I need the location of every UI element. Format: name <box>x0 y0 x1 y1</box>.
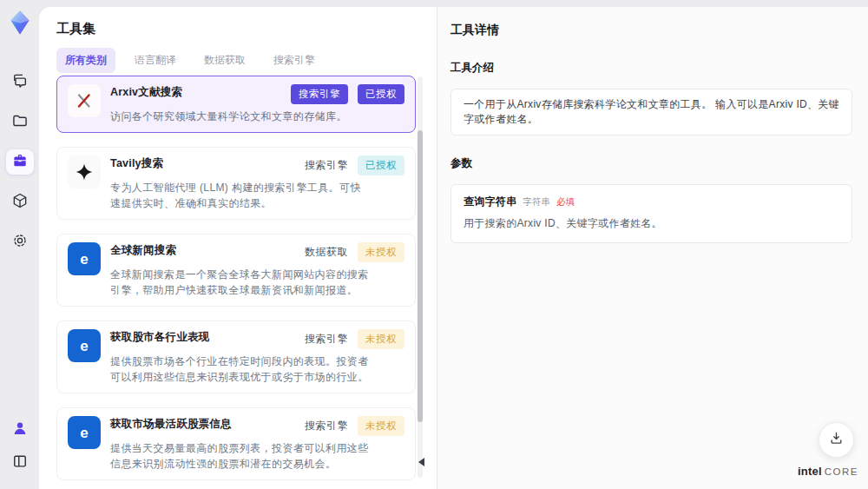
settings-gear-icon <box>11 232 29 253</box>
sidebar-item-chat[interactable] <box>6 69 34 95</box>
scroll-more-caret-icon <box>418 458 424 466</box>
news-logo-icon: e <box>68 242 101 275</box>
tool-detail-panel: 工具详情 工具介绍 一个用于从Arxiv存储库搜索科学论文和文章的工具。 输入可… <box>437 7 868 489</box>
list-scrollbar[interactable] <box>418 76 423 478</box>
sidebar-item-collapse[interactable] <box>6 450 34 475</box>
tool-card[interactable]: e 全球新闻搜索 数据获取 未授权 全球新闻搜索是一个聚合全球各大新闻网站内容的… <box>56 234 416 307</box>
tool-name: Arxiv文献搜索 <box>110 84 182 100</box>
tool-name: 全球新闻搜索 <box>110 242 176 258</box>
tool-card[interactable]: e 获取股市各行业表现 搜索引擎 未授权 提供股票市场各个行业在特定时间段内的表… <box>56 320 416 393</box>
tool-auth-badge: 未授权 <box>358 416 404 436</box>
tool-name: 获取市场最活跃股票信息 <box>110 416 232 432</box>
page-title: 工具集 <box>56 21 95 37</box>
folder-icon <box>11 112 29 133</box>
sidebar-item-account[interactable] <box>6 417 34 442</box>
tool-auth-badge: 未授权 <box>358 329 404 349</box>
arxiv-logo-icon <box>68 84 101 117</box>
tool-description: 提供股票市场各个行业在特定时间段内的表现。投资者可以利用这些信息来识别表现优于或… <box>110 354 371 385</box>
param-required-badge: 必填 <box>556 196 575 208</box>
news-logo-icon: e <box>68 329 101 362</box>
package-icon <box>11 192 29 213</box>
tavily-logo-icon <box>68 155 101 188</box>
category-tabs: 所有类别语言翻译数据获取搜索引擎 <box>56 48 324 73</box>
tool-card[interactable]: e 获取市场最活跃股票信息 搜索引擎 未授权 提供当天交易量最高的股票列表，投资… <box>56 407 416 480</box>
svg-text:e: e <box>80 251 88 268</box>
sidebar-bottom <box>0 417 39 475</box>
intro-section-title: 工具介绍 <box>450 61 852 76</box>
sidebar-item-files[interactable] <box>6 109 34 135</box>
svg-text:e: e <box>80 338 88 354</box>
sidebar-item-toolbox[interactable] <box>6 149 34 175</box>
tool-description: 访问各个研究领域大量科学论文和文章的存储库。 <box>110 109 371 124</box>
toolbox-icon <box>11 152 29 173</box>
user-icon <box>11 420 29 440</box>
tool-category-badge: 数据获取 <box>305 245 348 260</box>
tool-list: Arxiv文献搜索 搜索引擎 已授权 访问各个研究领域大量科学论文和文章的存储库… <box>56 76 416 489</box>
tool-auth-badge: 已授权 <box>358 84 404 104</box>
intel-core-logo: intel CORE <box>798 465 858 478</box>
tool-auth-badge: 未授权 <box>358 242 404 262</box>
tool-name: 获取股市各行业表现 <box>110 329 209 345</box>
gem-logo-icon[interactable] <box>7 10 33 36</box>
main-content: 工具集 所有类别语言翻译数据获取搜索引擎 Arxiv文献搜索 搜索引擎 已授权 … <box>39 7 868 489</box>
svg-text:e: e <box>80 425 88 441</box>
sidebar-item-packages[interactable] <box>6 189 34 215</box>
sidebar-item-settings[interactable] <box>6 229 34 254</box>
scrollbar-thumb[interactable] <box>418 130 423 422</box>
tool-card[interactable]: Arxiv文献搜索 搜索引擎 已授权 访问各个研究领域大量科学论文和文章的存储库… <box>56 76 416 133</box>
core-wordmark: CORE <box>825 466 858 477</box>
sidebar-nav <box>0 69 39 254</box>
intel-wordmark: intel <box>798 465 822 478</box>
tool-name: Tavily搜索 <box>110 155 163 171</box>
chat-icon <box>11 72 29 93</box>
detail-title: 工具详情 <box>450 23 852 38</box>
tool-category-badge: 搜索引擎 <box>305 158 348 173</box>
category-tab[interactable]: 所有类别 <box>56 48 115 73</box>
tool-description: 提供当天交易量最高的股票列表，投资者可以利用这些信息来识别流动性强的股票和潜在的… <box>110 440 371 472</box>
tool-description: 全球新闻搜索是一个聚合全球各大新闻网站内容的搜索引擎，帮助用户快速获取全球最新资… <box>110 267 371 298</box>
tool-auth-badge: 已授权 <box>358 155 404 175</box>
category-tab[interactable]: 搜索引擎 <box>265 48 324 73</box>
tool-category-badge: 搜索引擎 <box>305 419 348 433</box>
download-icon <box>829 431 844 449</box>
category-tab[interactable]: 语言翻译 <box>126 48 185 73</box>
app-sidebar <box>0 0 39 489</box>
download-button[interactable] <box>819 422 854 458</box>
tool-intro-text: 一个用于从Arxiv存储库搜索科学论文和文章的工具。 输入可以是Arxiv ID… <box>450 89 852 135</box>
params-section-title: 参数 <box>450 156 852 171</box>
category-tab[interactable]: 数据获取 <box>195 48 254 73</box>
param-description: 用于搜索的Arxiv ID、关键字或作者姓名。 <box>464 216 839 231</box>
panel-toggle-icon <box>11 453 29 473</box>
param-card: 查询字符串 字符串 必填 用于搜索的Arxiv ID、关键字或作者姓名。 <box>450 184 852 243</box>
news-logo-icon: e <box>68 416 101 449</box>
param-name: 查询字符串 <box>464 195 517 209</box>
tool-description: 专为人工智能代理 (LLM) 构建的搜索引擎工具。可快速提供实时、准确和真实的结… <box>110 180 371 211</box>
param-type: 字符串 <box>523 196 551 208</box>
tool-category-badge: 搜索引擎 <box>291 84 348 104</box>
tool-card[interactable]: Tavily搜索 搜索引擎 已授权 专为人工智能代理 (LLM) 构建的搜索引擎… <box>56 147 416 220</box>
toolset-panel: 工具集 所有类别语言翻译数据获取搜索引擎 Arxiv文献搜索 搜索引擎 已授权 … <box>39 7 437 489</box>
tool-category-badge: 搜索引擎 <box>305 332 348 347</box>
